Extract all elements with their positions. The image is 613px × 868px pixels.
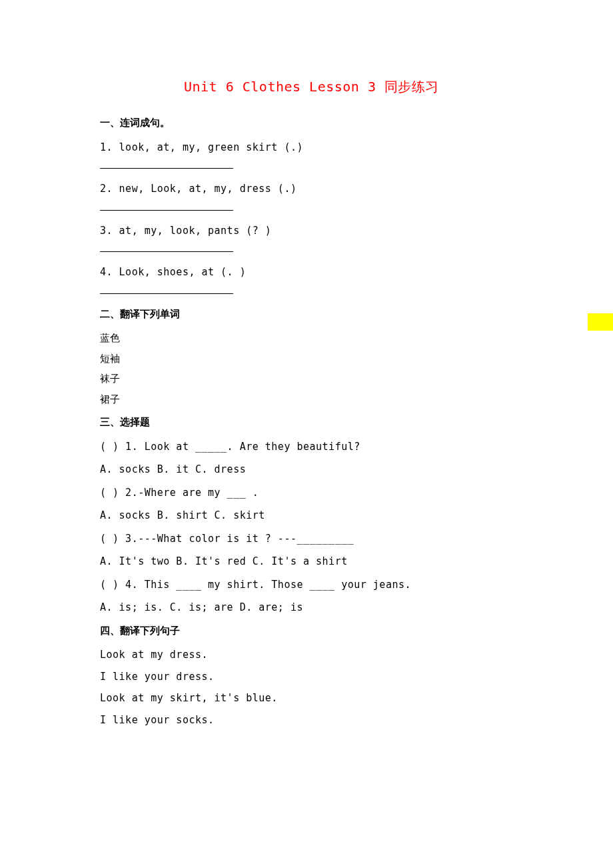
answer-blank[interactable] xyxy=(100,203,523,214)
s1-q3: 3. at, my, look, pants (? ) xyxy=(100,223,523,239)
s4-s4: I like your socks. xyxy=(100,713,523,728)
s4-s1: Look at my dress. xyxy=(100,647,523,663)
section4-heading: 四、翻译下列句子 xyxy=(100,623,523,639)
s3-q2-options: A. socks B. shirt C. skirt xyxy=(100,508,523,523)
s4-s3: Look at my skirt, it's blue. xyxy=(100,691,523,706)
worksheet-page: Unit 6 Clothes Lesson 3 同步练习 一、连词成句。 1. … xyxy=(0,0,613,727)
s3-q4: ( ) 4. This ____ my shirt. Those ____ yo… xyxy=(100,577,523,593)
s3-q2: ( ) 2.-Where are my ___ . xyxy=(100,485,523,501)
s2-w3: 袜子 xyxy=(100,371,523,387)
s4-s2: I like your dress. xyxy=(100,669,523,685)
s3-q4-options: A. is; is. C. is; are D. are; is xyxy=(100,600,523,615)
section3-heading: 三、选择题 xyxy=(100,415,523,430)
s3-q3-options: A. It's two B. It's red C. It's a shirt xyxy=(100,554,523,569)
s2-w1: 蓝色 xyxy=(100,331,523,346)
page-title: Unit 6 Clothes Lesson 3 同步练习 xyxy=(100,77,523,97)
answer-blank[interactable] xyxy=(100,287,523,297)
s3-q1-options: A. socks B. it C. dress xyxy=(100,462,523,477)
section1-heading: 一、连词成句。 xyxy=(100,115,523,131)
highlight-tab xyxy=(588,313,613,331)
s1-q4: 4. Look, shoes, at (. ) xyxy=(100,265,523,280)
s1-q1: 1. look, at, my, green skirt (.) xyxy=(100,140,523,155)
answer-blank[interactable] xyxy=(100,161,523,172)
s1-q2: 2. new, Look, at, my, dress (.) xyxy=(100,181,523,197)
s3-q1: ( ) 1. Look at _____. Are they beautiful… xyxy=(100,439,523,455)
answer-blank[interactable] xyxy=(100,245,523,255)
s3-q3: ( ) 3.---What color is it ? ---_________ xyxy=(100,531,523,547)
s2-w2: 短袖 xyxy=(100,351,523,367)
s2-w4: 裙子 xyxy=(100,392,523,407)
section2-heading: 二、翻译下列单词 xyxy=(100,307,523,322)
